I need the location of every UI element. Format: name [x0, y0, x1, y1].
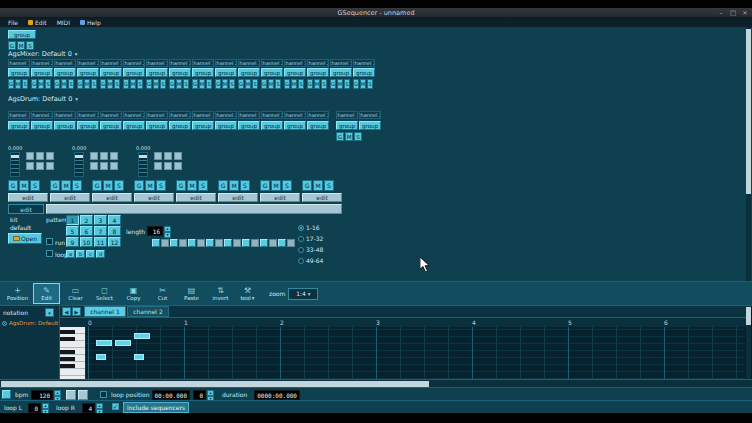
mixer-m-button[interactable]: M — [268, 79, 274, 89]
drum-pad-g-button[interactable]: G — [260, 180, 270, 191]
drum-pad-button[interactable] — [154, 162, 162, 170]
mixer-group-button[interactable]: group — [330, 68, 352, 77]
drum-group-button[interactable]: group — [100, 121, 122, 130]
master-s-button[interactable]: S — [26, 41, 34, 50]
mixer-m-button[interactable]: M — [61, 79, 67, 89]
drum-pad-s-button[interactable]: S — [240, 180, 250, 191]
pattern-step-toggle[interactable] — [197, 239, 205, 247]
mixer-s-button[interactable]: S — [22, 79, 28, 89]
drum-edit-button[interactable]: edit — [134, 193, 174, 202]
pattern-index-button[interactable]: 2 — [80, 215, 93, 225]
transport-icon-button-1[interactable] — [66, 390, 76, 400]
mixer-g-button[interactable]: G — [215, 79, 221, 89]
mixer-group-button[interactable]: group — [284, 68, 306, 77]
master-g-button[interactable]: G — [8, 41, 16, 50]
drum-pad-button[interactable] — [100, 162, 108, 170]
mixer-group-button[interactable]: group — [8, 68, 30, 77]
toolbar-select-button[interactable]: ◻Select — [91, 283, 118, 304]
pattern-step-toggle[interactable] — [161, 239, 169, 247]
drum-output-s-button[interactable]: S — [354, 132, 362, 141]
mixer-s-button[interactable]: S — [275, 79, 281, 89]
drum-pad-button[interactable] — [90, 152, 98, 160]
radio-button-icon[interactable] — [298, 258, 304, 264]
pattern-index-button[interactable]: 10 — [80, 237, 93, 247]
open-button[interactable]: Open — [8, 233, 42, 244]
drum-pad-button[interactable] — [154, 152, 162, 160]
drum-edit-active-button[interactable]: edit — [8, 204, 44, 214]
mixer-group-button[interactable]: group — [77, 68, 99, 77]
mixer-m-button[interactable]: M — [38, 79, 44, 89]
mixer-group-button[interactable]: group — [100, 68, 122, 77]
drum-edit-button[interactable]: edit — [218, 193, 258, 202]
pattern-step-toggle[interactable] — [278, 239, 286, 247]
pattern-step-toggle[interactable] — [170, 239, 178, 247]
tab-channel-1[interactable]: channel 1 — [84, 306, 126, 317]
drum-pad-s-button[interactable]: S — [198, 180, 208, 191]
volume-fader[interactable] — [10, 152, 20, 177]
drum-group-button[interactable]: group — [307, 121, 329, 130]
drum-pad-s-button[interactable]: S — [30, 180, 40, 191]
pattern-index-button[interactable]: 12 — [108, 237, 121, 247]
mixer-group-button[interactable]: group — [146, 68, 168, 77]
maximize-button[interactable]: □ — [728, 9, 738, 17]
mixer-group-button[interactable]: group — [261, 68, 283, 77]
mixer-g-button[interactable]: G — [330, 79, 336, 89]
drum-pad-button[interactable] — [164, 152, 172, 160]
drum-pad-m-button[interactable]: M — [187, 180, 197, 191]
tab-channel-2[interactable]: channel 2 — [127, 306, 169, 317]
titlebar[interactable]: GSequencer - unnamed – □ × — [0, 8, 752, 18]
length-spinner[interactable]: ▴ ▾ — [164, 226, 171, 236]
drum-pad-button[interactable] — [174, 162, 182, 170]
note-block[interactable] — [96, 340, 112, 346]
drum-pad-g-button[interactable]: G — [218, 180, 228, 191]
drum-group-button[interactable]: group — [215, 121, 237, 130]
mixer-m-button[interactable]: M — [222, 79, 228, 89]
pattern-offset-option[interactable]: 49-64 — [298, 256, 338, 265]
drum-pad-s-button[interactable]: S — [156, 180, 166, 191]
pattern-index-button[interactable]: 5 — [66, 226, 79, 236]
loop-right-field[interactable]: 4 — [82, 403, 95, 413]
mixer-g-button[interactable]: G — [77, 79, 83, 89]
pattern-bank-button[interactable]: b — [76, 250, 85, 258]
loop-right-spinner[interactable]: ▴ ▾ — [96, 403, 103, 413]
loop-position-value-field[interactable]: 0 — [193, 390, 206, 400]
pattern-offset-option[interactable]: 1-16 — [298, 223, 338, 232]
loop-left-spinner[interactable]: ▴ ▾ — [42, 403, 49, 413]
machine-selector[interactable]: AgsDrum: Default 0 — [2, 320, 59, 326]
mixer-m-button[interactable]: M — [84, 79, 90, 89]
length-field[interactable]: 16 — [147, 226, 163, 236]
loop-checkbox[interactable] — [46, 250, 53, 257]
pattern-index-button[interactable]: 8 — [108, 226, 121, 236]
drum-group-button[interactable]: group — [8, 121, 30, 130]
drum-pad-m-button[interactable]: M — [313, 180, 323, 191]
mixer-s-button[interactable]: S — [160, 79, 166, 89]
toolbar-edit-button[interactable]: ✎Edit — [33, 283, 60, 304]
pattern-index-button[interactable]: 7 — [94, 226, 107, 236]
drum-pad-m-button[interactable]: M — [19, 180, 29, 191]
drum-pad-button[interactable] — [164, 162, 172, 170]
drum-edit-button[interactable]: edit — [260, 193, 300, 202]
drum-group-button[interactable]: group — [31, 121, 53, 130]
toolbar-position-button[interactable]: +Position — [4, 283, 31, 304]
mixer-g-button[interactable]: G — [146, 79, 152, 89]
mixer-g-button[interactable]: G — [54, 79, 60, 89]
toolbar-cut-button[interactable]: ✂Cut — [149, 283, 176, 304]
menu-item-midi[interactable]: MIDI — [52, 18, 75, 27]
drum-output-group-button[interactable]: group — [359, 121, 381, 130]
drum-pad-g-button[interactable]: G — [302, 180, 312, 191]
note-block[interactable] — [115, 340, 131, 346]
pattern-bank-button[interactable]: a — [66, 250, 75, 258]
mixer-m-button[interactable]: M — [314, 79, 320, 89]
mixer-m-button[interactable]: M — [291, 79, 297, 89]
drum-group-button[interactable]: group — [54, 121, 76, 130]
drum-output-g-button[interactable]: G — [336, 132, 344, 141]
editor-hscrollbar[interactable] — [0, 379, 752, 387]
mixer-group-button[interactable]: group — [307, 68, 329, 77]
drum-pad-m-button[interactable]: M — [229, 180, 239, 191]
mixer-g-button[interactable]: G — [123, 79, 129, 89]
transport-icon-button-2[interactable] — [78, 390, 88, 400]
drum-group-button[interactable]: group — [77, 121, 99, 130]
mixer-m-button[interactable]: M — [15, 79, 21, 89]
drum-group-button[interactable]: group — [169, 121, 191, 130]
notation-dropdown-button[interactable]: ▾ — [45, 308, 54, 317]
